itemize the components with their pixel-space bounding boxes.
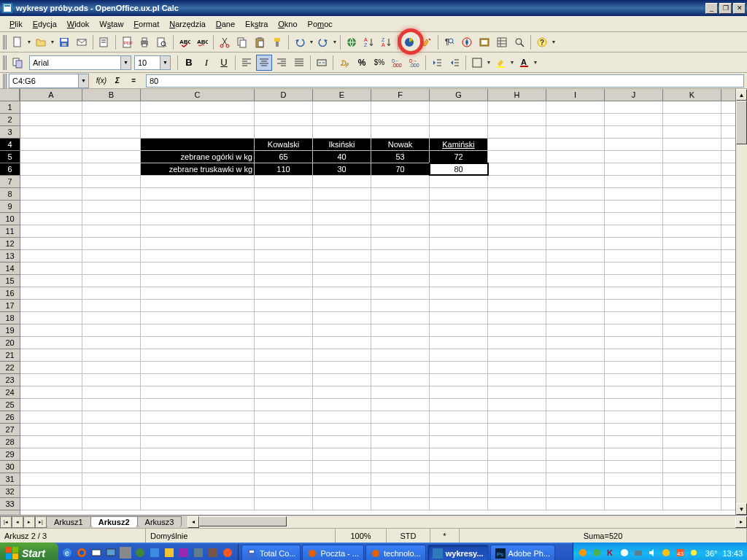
menu-wstaw[interactable]: Wstaw	[94, 18, 128, 31]
tray-clock[interactable]: 13:43	[719, 549, 743, 558]
cell-F5[interactable]: 53	[371, 151, 430, 163]
cell-I3[interactable]	[546, 126, 605, 138]
cell-B2[interactable]	[82, 114, 141, 125]
sort-asc-button[interactable]: AZ	[361, 34, 377, 50]
tray-icon[interactable]	[633, 548, 645, 559]
cell-H23[interactable]	[488, 374, 546, 386]
ql-app4-icon[interactable]	[163, 547, 177, 560]
row-header[interactable]: 10	[0, 213, 20, 225]
ql-desktop-icon[interactable]	[105, 547, 118, 560]
horizontal-scrollbar[interactable]: ◂ ▸	[187, 516, 747, 528]
cell-G22[interactable]	[430, 362, 488, 373]
undo-button[interactable]	[292, 34, 308, 50]
align-right-button[interactable]	[274, 55, 290, 71]
cell-F9[interactable]	[371, 201, 430, 212]
cell-E29[interactable]	[313, 448, 371, 460]
cell-C26[interactable]	[141, 411, 255, 423]
cell-B10[interactable]	[82, 213, 141, 225]
cell-E2[interactable]	[313, 114, 371, 125]
cell-D33[interactable]	[255, 498, 313, 510]
cell-A12[interactable]	[20, 238, 82, 249]
ql-app8-icon[interactable]	[222, 547, 235, 560]
cell-D7[interactable]	[255, 176, 313, 187]
col-header[interactable]: C	[141, 89, 255, 101]
cell-G32[interactable]	[430, 486, 488, 497]
cell-J15[interactable]	[605, 275, 663, 287]
cell-D22[interactable]	[255, 362, 313, 373]
find-button[interactable]: ¶	[441, 34, 457, 50]
cell-I6[interactable]	[546, 163, 605, 175]
cell-B12[interactable]	[82, 238, 141, 249]
cell-C5[interactable]: zebrane ogórki w kg	[141, 151, 255, 163]
sort-desc-button[interactable]: ZA	[379, 34, 395, 50]
merge-cells-button[interactable]	[314, 55, 330, 71]
cell-E28[interactable]	[313, 436, 371, 448]
align-center-button[interactable]	[256, 55, 272, 71]
cell-E8[interactable]	[313, 188, 371, 200]
cell-H2[interactable]	[488, 114, 546, 125]
ql-ie-icon[interactable]: e	[61, 547, 74, 560]
cell-D29[interactable]	[255, 448, 313, 460]
cell-C13[interactable]	[141, 250, 255, 262]
row-header[interactable]: 5	[0, 151, 20, 163]
cell-E4[interactable]: Iksiński	[313, 139, 371, 150]
decrease-indent-button[interactable]	[429, 55, 445, 71]
cell-K20[interactable]	[663, 337, 721, 349]
cell-A20[interactable]	[20, 337, 82, 349]
row-header[interactable]: 4	[0, 139, 20, 151]
cell-F27[interactable]	[371, 424, 430, 435]
cell-J21[interactable]	[605, 349, 663, 361]
start-button[interactable]: Start	[0, 542, 58, 560]
cell-D5[interactable]: 65	[255, 151, 313, 163]
cell-D14[interactable]	[255, 262, 313, 274]
col-header[interactable]: K	[663, 89, 721, 101]
cell-H10[interactable]	[488, 213, 546, 225]
cell-B20[interactable]	[82, 337, 141, 349]
cell-H17[interactable]	[488, 300, 546, 311]
cell-H25[interactable]	[488, 399, 546, 411]
percent-button[interactable]: %	[354, 55, 370, 71]
cell-K30[interactable]	[663, 461, 721, 472]
cell-A27[interactable]	[20, 424, 82, 435]
cell-B13[interactable]	[82, 250, 141, 262]
cell-G1[interactable]	[430, 101, 488, 113]
function-wizard-button[interactable]: f(x)	[93, 74, 109, 88]
cell-F18[interactable]	[371, 312, 430, 324]
delete-decimal-button[interactable]: 0→.000	[406, 55, 422, 71]
task-button[interactable]: PsAdobe Ph...	[490, 545, 556, 560]
cell-A31[interactable]	[20, 473, 82, 485]
cell-H14[interactable]	[488, 262, 546, 274]
cell-K2[interactable]	[663, 114, 721, 125]
cell-J20[interactable]	[605, 337, 663, 349]
cell-F29[interactable]	[371, 448, 430, 460]
cell-H33[interactable]	[488, 498, 546, 510]
cell-C8[interactable]	[141, 188, 255, 200]
cell-G31[interactable]	[430, 473, 488, 485]
cell-A15[interactable]	[20, 275, 82, 287]
underline-button[interactable]: U	[216, 55, 232, 71]
menu-pomoc[interactable]: Pomoc	[303, 18, 338, 31]
cell-B5[interactable]	[82, 151, 141, 163]
row-header[interactable]: 9	[0, 201, 20, 213]
cell-I26[interactable]	[546, 411, 605, 423]
cell-D9[interactable]	[255, 201, 313, 212]
cell-I24[interactable]	[546, 386, 605, 398]
menu-ekstra[interactable]: Ekstra	[240, 18, 273, 31]
cell-E12[interactable]	[313, 238, 371, 249]
row-header[interactable]: 25	[0, 399, 20, 411]
cell-I32[interactable]	[546, 486, 605, 497]
italic-button[interactable]: I	[198, 55, 214, 71]
cell-F16[interactable]	[371, 287, 430, 299]
cell-B25[interactable]	[82, 399, 141, 411]
cell-C28[interactable]	[141, 436, 255, 448]
cell-C27[interactable]	[141, 424, 255, 435]
ql-app7-icon[interactable]	[207, 547, 220, 560]
cell-G26[interactable]	[430, 411, 488, 423]
gallery-button[interactable]	[476, 34, 492, 50]
cell-D12[interactable]	[255, 238, 313, 249]
cell-F11[interactable]	[371, 225, 430, 237]
borders-button[interactable]	[469, 55, 485, 71]
toolbar-grip[interactable]	[3, 74, 7, 88]
cell-F17[interactable]	[371, 300, 430, 311]
sheet-tab-1[interactable]: Arkusz1	[46, 516, 91, 527]
